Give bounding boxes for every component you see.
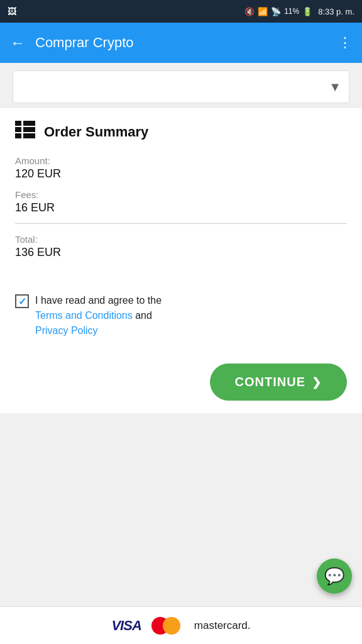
main-content: ▼ Order Summary Amount: 120 EUR	[0, 70, 362, 644]
order-summary-title: Order Summary	[44, 124, 148, 140]
dropdown-selector[interactable]: ▼	[13, 70, 349, 103]
total-row: Total: 136 EUR	[15, 234, 347, 259]
page-title: Comprar Crypto	[35, 35, 338, 51]
footer-payment-bar: VISA mastercard.	[0, 606, 362, 644]
back-button[interactable]: ←	[10, 34, 25, 52]
chat-icon: 💬	[324, 567, 344, 586]
total-value: 136 EUR	[15, 246, 347, 259]
checkmark-icon: ✓	[18, 296, 26, 308]
battery-icon: 🔋	[302, 7, 312, 16]
amount-value: 120 EUR	[15, 167, 347, 180]
mastercard-yellow-circle	[163, 617, 180, 635]
svg-rect-4	[15, 133, 21, 138]
svg-rect-0	[15, 121, 21, 126]
chevron-down-icon: ▼	[329, 80, 341, 94]
fees-label: Fees:	[15, 189, 347, 200]
svg-rect-1	[23, 121, 35, 126]
battery-text: 11%	[284, 7, 299, 16]
order-summary-header: Order Summary	[15, 121, 347, 143]
order-summary-card: Order Summary Amount: 120 EUR Fees: 16 E…	[0, 108, 362, 280]
amount-label: Amount:	[15, 155, 347, 166]
summary-divider	[15, 223, 347, 224]
visa-logo: VISA	[111, 618, 141, 634]
image-icon: 🖼	[8, 6, 16, 16]
fees-value: 16 EUR	[15, 201, 347, 214]
total-label: Total:	[15, 234, 347, 245]
svg-rect-3	[23, 127, 35, 132]
wifi-icon: 📶	[258, 7, 268, 16]
terms-checkbox[interactable]: ✓	[15, 294, 29, 308]
terms-link[interactable]: Terms and Conditions	[35, 310, 133, 321]
signal-icon: 📡	[271, 7, 281, 16]
order-list-icon	[15, 121, 35, 143]
mastercard-text: mastercard.	[194, 619, 251, 632]
time-display: 8:33 p. m.	[318, 7, 354, 16]
mute-icon: 🔇	[244, 7, 255, 16]
agreement-area: ✓ I have read and agree to the Terms and…	[0, 280, 362, 353]
agreement-prefix: I have read and agree to the	[35, 295, 162, 306]
continue-arrow-icon: ❯	[312, 375, 322, 389]
continue-label: CONTINUE	[235, 375, 305, 389]
agreement-text: I have read and agree to the Terms and C…	[35, 293, 162, 338]
chat-fab-button[interactable]: 💬	[317, 558, 352, 594]
svg-rect-5	[23, 133, 35, 138]
svg-rect-2	[15, 127, 21, 132]
fees-row: Fees: 16 EUR	[15, 189, 347, 214]
amount-row: Amount: 120 EUR	[15, 155, 347, 180]
agreement-and: and	[135, 310, 152, 321]
mastercard-logo	[151, 617, 180, 635]
more-options-button[interactable]: ⋮	[338, 35, 352, 51]
app-bar: ← Comprar Crypto ⋮	[0, 23, 362, 63]
continue-button[interactable]: CONTINUE ❯	[210, 364, 347, 401]
agreement-row: ✓ I have read and agree to the Terms and…	[15, 293, 347, 338]
status-bar: 🖼 🔇 📶 📡 11% 🔋 8:33 p. m.	[0, 0, 362, 23]
continue-button-area: CONTINUE ❯	[0, 353, 362, 413]
privacy-link[interactable]: Privacy Policy	[35, 325, 98, 336]
